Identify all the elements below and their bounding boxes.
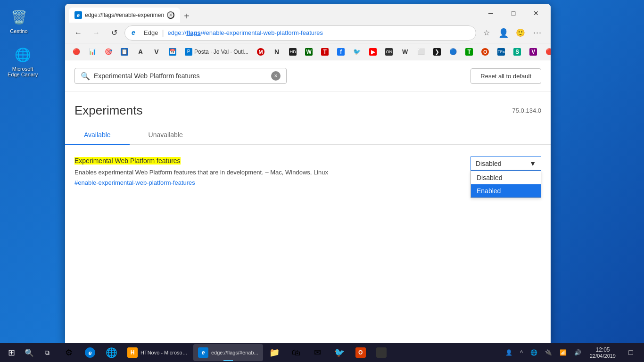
tab-available[interactable]: Available — [65, 125, 130, 144]
reset-all-button[interactable]: Reset all to default — [471, 68, 541, 84]
dropdown-arrow-icon: ▼ — [529, 160, 536, 167]
taskbar-app-chrome[interactable]: 🌐 — [101, 344, 122, 361]
taskbar-app-twitter[interactable]: 🐦 — [329, 344, 350, 361]
bookmark-item-23[interactable]: O — [478, 45, 493, 58]
search-clear-button[interactable]: × — [271, 71, 281, 81]
tray-wifi-icon[interactable]: 📶 — [557, 343, 570, 362]
bookmark-item-21[interactable]: 🔵 — [446, 45, 461, 58]
forward-button: → — [89, 25, 104, 41]
taskbar-app-store[interactable]: 🛍 — [286, 344, 306, 361]
feature-info: Experimental Web Platform features Enabl… — [74, 156, 395, 186]
dropdown-menu: Disabled Enabled — [471, 171, 541, 198]
version-text: 75.0.134.0 — [512, 107, 541, 114]
experiments-title: Experiments — [74, 103, 143, 118]
bookmark-item-14[interactable]: f — [333, 45, 348, 58]
dropdown-button[interactable]: Disabled ▼ — [471, 156, 541, 171]
bookmark-item-5[interactable]: A — [133, 45, 148, 58]
mail-icon: ✉ — [312, 347, 323, 358]
search-box[interactable]: 🔍 Experimental Web Platform features × — [74, 68, 287, 84]
dropdown-option-disabled[interactable]: Disabled — [471, 171, 541, 184]
profile-button[interactable]: 👤 — [496, 25, 511, 41]
taskbar-app-explorer[interactable]: 📁 — [264, 344, 285, 361]
taskbar-app-edge-flags[interactable]: e edge://flags/#enab... — [193, 344, 263, 361]
bookmark-item-6[interactable]: V — [149, 45, 164, 58]
minimize-button[interactable]: ─ — [480, 6, 502, 21]
bookmark-item-13[interactable]: T — [317, 45, 332, 58]
dropdown-current-value: Disabled — [476, 160, 501, 167]
maximize-button[interactable]: □ — [503, 6, 524, 21]
twitter-icon: 🐦 — [334, 347, 345, 358]
notification-button[interactable]: □ — [621, 343, 640, 362]
edge-canary-icon[interactable]: 🌐 Microsoft Edge Canary — [5, 42, 41, 80]
search-bar-row: 🔍 Experimental Web Platform features × R… — [65, 60, 551, 92]
taskbar-clock[interactable]: 12:05 22/04/2019 — [586, 343, 619, 362]
favorite-button[interactable]: ☆ — [479, 25, 494, 41]
tabs-row: Available Unavailable — [65, 125, 551, 145]
tray-chevron[interactable]: ^ — [517, 343, 526, 362]
active-tab[interactable]: e edge://flags/#enable-experimen × — [69, 8, 180, 23]
clock-date: 22/04/2019 — [590, 353, 616, 359]
close-window-button[interactable]: ✕ — [525, 6, 547, 21]
bookmark-item-3[interactable]: 🎯 — [101, 45, 116, 58]
bookmark-item-27[interactable]: 🔴 — [542, 45, 551, 58]
back-button[interactable]: ← — [71, 25, 86, 41]
feature-item: Experimental Web Platform features Enabl… — [74, 156, 541, 196]
taskbar-search-button[interactable]: 🔍 — [21, 344, 38, 361]
feature-anchor[interactable]: #enable-experimental-web-platform-featur… — [74, 179, 395, 186]
bookmark-item-4[interactable]: 📋 — [117, 45, 132, 58]
window-controls: ─ □ ✕ — [480, 6, 547, 21]
new-tab-button[interactable]: + — [180, 9, 193, 23]
refresh-button[interactable]: ↺ — [107, 25, 122, 41]
close-tab-button[interactable]: × — [167, 11, 174, 19]
tab-favicon: e — [74, 11, 82, 19]
edge-flags-label: edge://flags/#enab... — [211, 350, 258, 355]
bookmark-item-18[interactable]: W — [397, 45, 413, 58]
bookmark-item-12[interactable]: W — [301, 45, 316, 58]
feature-desc: Enables experimental Web Platform featur… — [74, 168, 395, 177]
settings-icon: ⚙ — [63, 347, 74, 358]
page-content: 🔍 Experimental Web Platform features × R… — [65, 60, 551, 343]
bookmark-item-17[interactable]: ON — [381, 45, 396, 58]
bookmark-item-2[interactable]: 📊 — [85, 45, 100, 58]
bookmark-item-7[interactable]: 📅 — [165, 45, 180, 58]
dropdown-option-enabled[interactable]: Enabled — [471, 184, 541, 197]
bookmark-item-8[interactable]: PPosta · Jo Val · Outl... — [181, 45, 252, 58]
recycle-bin-icon[interactable]: 🗑️ Cestino — [7, 5, 31, 37]
taskbar-app-mail[interactable]: ✉ — [307, 344, 328, 361]
dropdown-wrapper: Disabled ▼ Disabled Enabled — [471, 156, 541, 171]
bookmark-item-24[interactable]: TPa — [494, 45, 509, 58]
taskbar-app-settings[interactable]: ⚙ — [58, 344, 79, 361]
taskbar-app-edge[interactable]: e — [80, 344, 100, 361]
explorer-icon: 📁 — [269, 347, 280, 358]
search-input[interactable]: Experimental Web Platform features — [94, 72, 267, 80]
tray-volume-icon[interactable]: 🔊 — [571, 343, 584, 362]
bookmark-item-15[interactable]: 🐦 — [349, 45, 364, 58]
taskbar-app-office[interactable]: O — [351, 344, 371, 361]
tray-power-icon[interactable]: 🔌 — [542, 343, 555, 362]
bookmark-item-10[interactable]: N — [269, 45, 284, 58]
bookmark-item-20[interactable]: ❯ — [429, 45, 445, 58]
htnovo-favicon: H — [127, 347, 138, 358]
bookmark-item-16[interactable]: ▶ — [365, 45, 380, 58]
feature-name: Experimental Web Platform features — [74, 157, 181, 165]
edge-flags-favicon: e — [198, 347, 208, 358]
tray-network-icon[interactable]: 🌐 — [528, 343, 540, 362]
bookmark-item-11[interactable]: HD — [285, 45, 300, 58]
taskbar-app-htnovo[interactable]: H HTNovo - Microsof... — [123, 344, 192, 361]
edge-icon: e — [85, 347, 95, 358]
start-button[interactable]: ⊞ — [2, 343, 21, 362]
tray-user-icon[interactable]: 👤 — [503, 343, 515, 362]
more-button[interactable]: ··· — [530, 25, 545, 41]
bookmark-item-1[interactable]: 🔴 — [69, 45, 84, 58]
taskbar-app-misc[interactable] — [372, 344, 391, 361]
tab-title: edge://flags/#enable-experimen — [85, 12, 164, 18]
bookmark-item-25[interactable]: S — [510, 45, 525, 58]
tab-unavailable[interactable]: Unavailable — [130, 125, 202, 144]
bookmark-item-9[interactable]: M — [253, 45, 268, 58]
emoji-button[interactable]: 🙂 — [513, 25, 528, 41]
bookmark-item-19[interactable]: ⬜ — [413, 45, 429, 58]
bookmark-item-22[interactable]: T — [462, 45, 477, 58]
task-view-button[interactable]: ⧉ — [38, 343, 57, 362]
address-bar[interactable]: e Edge | edge://flags/#enable-experiment… — [124, 25, 476, 41]
bookmark-item-26[interactable]: V — [526, 45, 541, 58]
